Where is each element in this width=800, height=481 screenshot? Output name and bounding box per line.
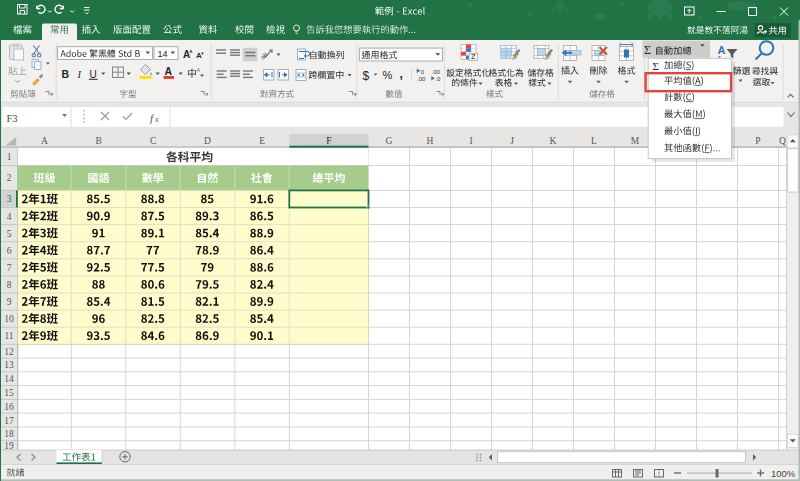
svg-text:A: A xyxy=(41,136,48,146)
svg-text:.00: .00 xyxy=(432,69,441,75)
svg-text:$: $ xyxy=(363,69,370,83)
svg-text:Σ: Σ xyxy=(644,43,651,57)
svg-text:Q: Q xyxy=(779,136,786,146)
svg-text:I: I xyxy=(469,136,472,146)
svg-text:H: H xyxy=(427,136,434,146)
svg-text:18: 18 xyxy=(4,429,14,439)
svg-text:.00: .00 xyxy=(417,76,426,82)
svg-text:19: 19 xyxy=(4,441,14,451)
svg-text:%: % xyxy=(383,69,393,81)
svg-text:F: F xyxy=(326,136,331,146)
svg-text:15: 15 xyxy=(4,388,14,398)
svg-text:7: 7 xyxy=(7,263,12,273)
svg-text:4: 4 xyxy=(7,212,12,222)
svg-text:G: G xyxy=(386,136,393,146)
svg-text:C: C xyxy=(150,136,156,146)
svg-text:E: E xyxy=(259,136,265,146)
svg-text:1: 1 xyxy=(7,152,12,162)
svg-text:D: D xyxy=(204,136,211,146)
svg-text:L: L xyxy=(591,136,597,146)
svg-text:5: 5 xyxy=(7,229,12,239)
svg-text:14: 14 xyxy=(158,49,168,59)
svg-text:x: x xyxy=(154,115,159,124)
svg-text:I: I xyxy=(77,69,82,80)
svg-text:100%: 100% xyxy=(771,468,796,479)
svg-text:17: 17 xyxy=(4,416,14,426)
svg-text:U: U xyxy=(90,69,97,80)
svg-text:K: K xyxy=(550,136,557,146)
svg-text:M: M xyxy=(631,136,640,146)
svg-text:,: , xyxy=(400,67,403,81)
svg-text:12: 12 xyxy=(4,347,14,357)
svg-text:16: 16 xyxy=(4,402,14,412)
svg-text:3: 3 xyxy=(7,194,12,204)
svg-text:6: 6 xyxy=(7,246,12,256)
svg-text:B: B xyxy=(95,136,101,146)
svg-text:J: J xyxy=(510,136,514,146)
svg-text:P: P xyxy=(755,136,760,146)
svg-text:Σ: Σ xyxy=(653,60,659,72)
svg-text:13: 13 xyxy=(4,360,14,370)
svg-text:2: 2 xyxy=(7,173,12,183)
svg-text:9: 9 xyxy=(7,297,12,307)
svg-text:11: 11 xyxy=(4,331,13,341)
svg-text:A: A xyxy=(196,51,202,60)
svg-text:F3: F3 xyxy=(7,113,18,124)
svg-text:8: 8 xyxy=(7,280,12,290)
svg-text:10: 10 xyxy=(4,314,14,324)
svg-text:14: 14 xyxy=(4,374,14,384)
svg-text:.0: .0 xyxy=(435,76,441,82)
svg-text:B: B xyxy=(62,68,70,80)
svg-text:A: A xyxy=(165,65,173,77)
svg-text:A: A xyxy=(183,49,190,60)
